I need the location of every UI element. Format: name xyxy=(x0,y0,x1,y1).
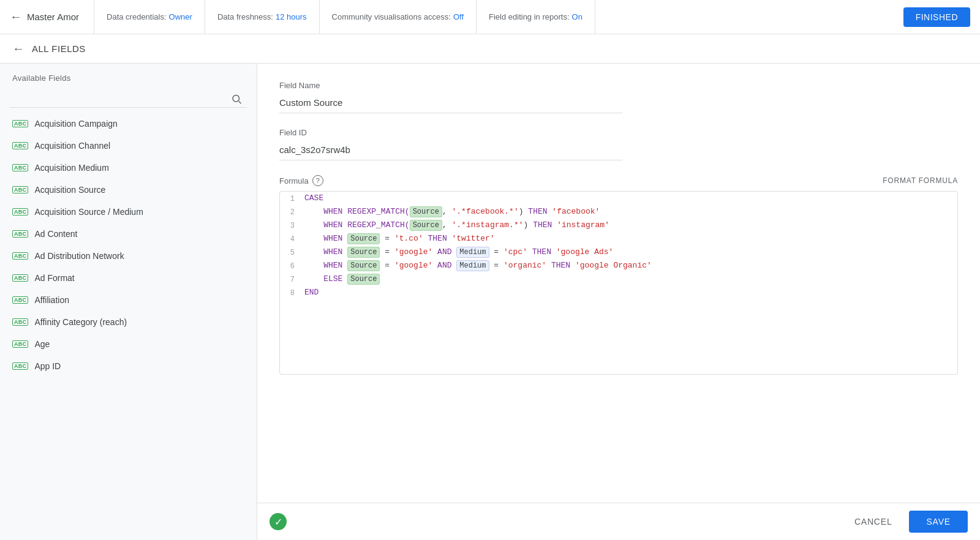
line-number: 7 xyxy=(280,274,304,284)
line-content: END xyxy=(304,288,957,297)
line-content: ELSE Source xyxy=(304,274,957,283)
code-line: 7 ELSE Source xyxy=(280,272,957,286)
list-item[interactable]: ABCAffinity Category (reach) xyxy=(0,311,257,333)
top-bar-title: Master Amor xyxy=(27,12,79,22)
formula-field-tag[interactable]: Source xyxy=(410,206,442,217)
finished-button[interactable]: FINISHED xyxy=(903,7,970,27)
list-item[interactable]: ABCAcquisition Source xyxy=(0,179,257,201)
code-line: 5 WHEN Source = 'google' AND Medium = 'c… xyxy=(280,246,957,259)
code-line: 8END xyxy=(280,286,957,299)
code-line: 2 WHEN REGEXP_MATCH(Source, '.*facebook.… xyxy=(280,205,957,219)
field-type-badge: ABC xyxy=(12,120,28,127)
code-line: 6 WHEN Source = 'google' AND Medium = 'o… xyxy=(280,259,957,272)
code-line: 1CASE xyxy=(280,192,957,205)
field-id-input[interactable] xyxy=(279,142,622,160)
list-item[interactable]: ABCAd Format xyxy=(0,267,257,289)
field-name-section: Field Name xyxy=(279,81,958,113)
field-type-badge: ABC xyxy=(12,274,28,282)
data-freshness-item: Data freshness: 12 hours xyxy=(205,0,320,34)
field-name-text: Age xyxy=(34,339,50,349)
field-editing-label: Field editing in reports: xyxy=(489,12,570,21)
list-item[interactable]: ABCAcquisition Source / Medium xyxy=(0,201,257,223)
field-name-text: Acquisition Channel xyxy=(34,141,110,151)
line-number: 5 xyxy=(280,247,304,257)
field-type-badge: ABC xyxy=(12,296,28,304)
line-content: WHEN REGEXP_MATCH(Source, '.*facebook.*'… xyxy=(304,207,957,216)
field-name-text: Acquisition Source / Medium xyxy=(34,207,143,217)
field-type-badge: ABC xyxy=(12,230,28,238)
code-line: 4 WHEN Source = 't.co' THEN 'twitter' xyxy=(280,232,957,246)
top-bar-back-button[interactable]: ← xyxy=(10,10,22,24)
search-box xyxy=(0,88,257,113)
field-type-badge: ABC xyxy=(12,340,28,348)
field-name-text: Ad Content xyxy=(34,229,77,239)
list-item[interactable]: ABCAcquisition Medium xyxy=(0,157,257,179)
field-name-text: Affinity Category (reach) xyxy=(34,317,127,327)
list-item[interactable]: ABCApp ID xyxy=(0,355,257,377)
field-name-text: Ad Format xyxy=(34,273,74,283)
sub-header-back-button[interactable]: ← xyxy=(12,42,24,56)
data-freshness-label: Data freshness: xyxy=(217,12,273,21)
save-button[interactable]: SAVE xyxy=(909,511,968,533)
data-credentials-item: Data credentials: Owner xyxy=(94,0,205,34)
formula-field-tag[interactable]: Source xyxy=(347,260,380,271)
field-name-text: Acquisition Medium xyxy=(34,163,108,173)
formula-field-tag[interactable]: Source xyxy=(347,233,380,244)
formula-field-tag[interactable]: Source xyxy=(347,274,380,285)
sidebar-title: Available Fields xyxy=(0,64,257,88)
help-icon[interactable]: ? xyxy=(312,175,323,186)
bottom-actions: CANCEL SAVE xyxy=(845,511,968,533)
content-area: Field Name Field ID Formula ? FORMAT FOR… xyxy=(257,64,980,540)
formula-field-tag[interactable]: Source xyxy=(347,247,380,258)
data-credentials-label: Data credentials: xyxy=(107,12,167,21)
field-type-badge: ABC xyxy=(12,142,28,149)
field-name-text: App ID xyxy=(34,361,61,371)
line-number: 2 xyxy=(280,207,304,217)
data-credentials-value[interactable]: Owner xyxy=(169,12,192,21)
field-type-badge: ABC xyxy=(12,164,28,171)
formula-field-tag[interactable]: Medium xyxy=(456,247,489,258)
code-line: 3 WHEN REGEXP_MATCH(Source, '.*instagram… xyxy=(280,219,957,232)
svg-line-1 xyxy=(239,101,241,103)
search-input[interactable] xyxy=(10,88,247,108)
field-name-text: Acquisition Source xyxy=(34,185,105,195)
line-number: 1 xyxy=(280,193,304,203)
data-freshness-value[interactable]: 12 hours xyxy=(276,12,307,21)
field-type-badge: ABC xyxy=(12,252,28,260)
top-bar: ← Master Amor Data credentials: Owner Da… xyxy=(0,0,980,34)
list-item[interactable]: ABCAge xyxy=(0,333,257,355)
code-editor[interactable]: 1CASE2 WHEN REGEXP_MATCH(Source, '.*face… xyxy=(279,191,958,375)
line-content: WHEN REGEXP_MATCH(Source, '.*instagram.*… xyxy=(304,220,957,230)
field-type-badge: ABC xyxy=(12,318,28,326)
field-name-input[interactable] xyxy=(279,95,622,113)
field-editing-item: Field editing in reports: On xyxy=(477,0,595,34)
sidebar: Available Fields ABCAcquisition Campaign… xyxy=(0,64,257,540)
formula-field-tag[interactable]: Source xyxy=(410,220,442,231)
list-item[interactable]: ABCAd Distribution Network xyxy=(0,245,257,267)
line-content: WHEN Source = 'google' AND Medium = 'org… xyxy=(304,261,957,270)
field-id-section: Field ID xyxy=(279,128,958,160)
list-item[interactable]: ABCAd Content xyxy=(0,223,257,245)
format-formula-button[interactable]: FORMAT FORMULA xyxy=(883,176,958,185)
line-number: 4 xyxy=(280,234,304,244)
cancel-button[interactable]: CANCEL xyxy=(845,512,902,531)
validation-check-icon: ✓ xyxy=(270,513,287,530)
community-vis-label: Community visualisations access: xyxy=(332,12,451,21)
community-vis-value[interactable]: Off xyxy=(453,12,464,21)
community-vis-item: Community visualisations access: Off xyxy=(320,0,477,34)
main-layout: Available Fields ABCAcquisition Campaign… xyxy=(0,64,980,540)
field-type-badge: ABC xyxy=(12,186,28,193)
list-item[interactable]: ABCAffiliation xyxy=(0,289,257,311)
formula-field-tag[interactable]: Medium xyxy=(456,260,489,271)
field-name-label: Field Name xyxy=(279,81,958,90)
list-item[interactable]: ABCAcquisition Campaign xyxy=(0,113,257,135)
field-editing-value[interactable]: On xyxy=(572,12,582,21)
field-list: ABCAcquisition CampaignABCAcquisition Ch… xyxy=(0,113,257,540)
top-bar-meta: Data credentials: Owner Data freshness: … xyxy=(94,0,903,34)
field-type-badge: ABC xyxy=(12,362,28,370)
line-content: WHEN Source = 'google' AND Medium = 'cpc… xyxy=(304,247,957,257)
field-id-label: Field ID xyxy=(279,128,958,137)
field-name-text: Acquisition Campaign xyxy=(34,119,117,129)
list-item[interactable]: ABCAcquisition Channel xyxy=(0,135,257,157)
svg-point-0 xyxy=(233,95,239,102)
